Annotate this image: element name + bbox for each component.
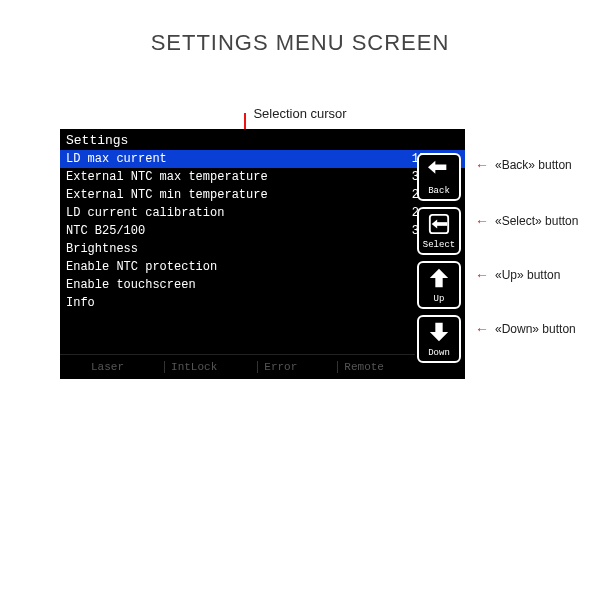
down-button[interactable]: Down <box>417 315 461 363</box>
left-arrow-icon: ← <box>475 321 489 337</box>
annotation-down: ← «Down» button <box>475 321 576 337</box>
back-arrow-icon <box>428 159 450 185</box>
menu-item[interactable]: LD max current15.0 A <box>60 150 465 168</box>
status-item: Laser <box>85 361 130 373</box>
menu-item-label: External NTC min temperature <box>66 187 268 203</box>
menu-item-label: NTC B25/100 <box>66 223 145 239</box>
menu-item-label: LD current calibration <box>66 205 224 221</box>
left-arrow-icon: ← <box>475 213 489 229</box>
menu-item[interactable]: Info <box>60 294 465 312</box>
status-item: Error <box>257 361 303 373</box>
up-button-label: Up <box>434 294 445 304</box>
up-arrow-icon <box>428 267 450 293</box>
down-arrow-icon <box>428 321 450 347</box>
menu-item-label: Enable NTC protection <box>66 259 217 275</box>
status-item: Remote <box>337 361 390 373</box>
annotation-select: ← «Select» button <box>475 213 578 229</box>
left-arrow-icon: ← <box>475 157 489 173</box>
left-arrow-icon: ← <box>475 267 489 283</box>
menu-item[interactable]: LD current calibration2.54 % <box>60 204 465 222</box>
menu-item-label: Enable touchscreen <box>66 277 196 293</box>
status-item: IntLock <box>164 361 223 373</box>
menu-item-label: LD max current <box>66 151 167 167</box>
annotation-up: ← «Up» button <box>475 267 560 283</box>
select-button-label: Select <box>423 240 455 250</box>
menu-item[interactable]: External NTC max temperature30.0°C <box>60 168 465 186</box>
svg-rect-3 <box>436 222 447 226</box>
cursor-caption: Selection cursor <box>0 106 600 121</box>
menu-item[interactable]: Enable NTC protectionYes <box>60 258 465 276</box>
menu-item-label: Info <box>66 295 95 311</box>
page-title: SETTINGS MENU SCREEN <box>0 0 600 56</box>
status-bar: LaserIntLockErrorRemote <box>60 354 415 375</box>
menu-item[interactable]: NTC B25/1003988 K <box>60 222 465 240</box>
back-button[interactable]: Back <box>417 153 461 201</box>
select-icon <box>428 213 450 239</box>
menu-item-label: External NTC max temperature <box>66 169 268 185</box>
control-button-column: Back Select Up Down <box>417 153 463 363</box>
down-button-label: Down <box>428 348 450 358</box>
back-button-label: Back <box>428 186 450 196</box>
annotation-back: ← «Back» button <box>475 157 572 173</box>
menu-item[interactable]: External NTC min temperature20.0°C <box>60 186 465 204</box>
up-button[interactable]: Up <box>417 261 461 309</box>
settings-menu: LD max current15.0 AExternal NTC max tem… <box>60 150 465 312</box>
menu-item[interactable]: Enable touchscreenYes <box>60 276 465 294</box>
select-button[interactable]: Select <box>417 207 461 255</box>
menu-item-label: Brightness <box>66 241 138 257</box>
menu-item[interactable]: Brightness100 % <box>60 240 465 258</box>
device-screen: Settings LD max current15.0 AExternal NT… <box>60 129 465 379</box>
screen-title: Settings <box>60 129 465 150</box>
